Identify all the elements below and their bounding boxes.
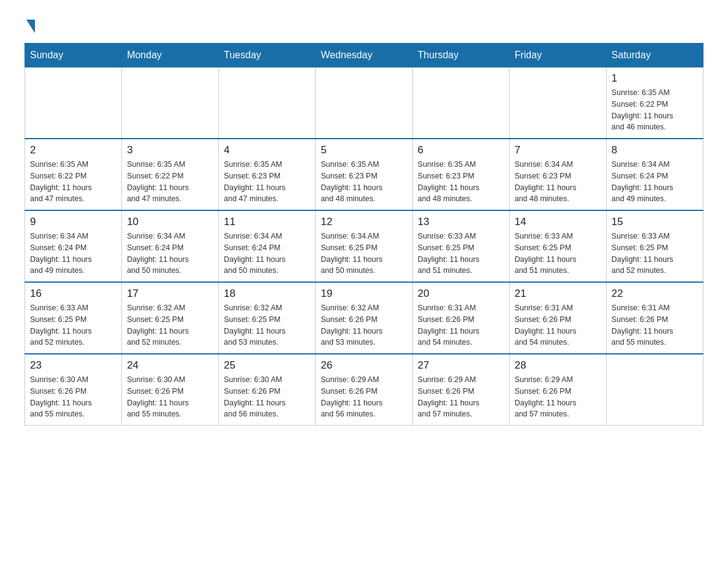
day-info: Sunrise: 6:35 AM Sunset: 6:23 PM Dayligh… [418, 159, 504, 205]
day-number: 10 [127, 216, 213, 228]
day-info: Sunrise: 6:35 AM Sunset: 6:22 PM Dayligh… [127, 159, 213, 205]
day-number: 7 [515, 144, 601, 156]
page-header [25, 18, 703, 31]
day-info: Sunrise: 6:30 AM Sunset: 6:26 PM Dayligh… [127, 374, 213, 420]
calendar-cell: 21Sunrise: 6:31 AM Sunset: 6:26 PM Dayli… [509, 282, 606, 354]
calendar-cell: 14Sunrise: 6:33 AM Sunset: 6:25 PM Dayli… [509, 210, 606, 282]
day-number: 20 [418, 288, 504, 300]
weekday-header-monday: Monday [122, 44, 219, 67]
weekday-header-tuesday: Tuesday [219, 44, 316, 67]
weekday-header-saturday: Saturday [606, 44, 703, 67]
calendar-table: SundayMondayTuesdayWednesdayThursdayFrid… [25, 43, 703, 426]
calendar-cell: 15Sunrise: 6:33 AM Sunset: 6:25 PM Dayli… [606, 210, 703, 282]
day-info: Sunrise: 6:34 AM Sunset: 6:24 PM Dayligh… [224, 231, 310, 277]
calendar-week-row: 1Sunrise: 6:35 AM Sunset: 6:22 PM Daylig… [25, 67, 703, 139]
calendar-cell: 25Sunrise: 6:30 AM Sunset: 6:26 PM Dayli… [219, 354, 316, 426]
day-info: Sunrise: 6:35 AM Sunset: 6:23 PM Dayligh… [320, 159, 407, 205]
calendar-cell: 9Sunrise: 6:34 AM Sunset: 6:24 PM Daylig… [25, 210, 122, 282]
calendar-cell: 27Sunrise: 6:29 AM Sunset: 6:26 PM Dayli… [412, 354, 509, 426]
calendar-cell [412, 67, 509, 139]
day-number: 26 [320, 359, 407, 372]
calendar-cell [122, 67, 219, 139]
day-info: Sunrise: 6:29 AM Sunset: 6:26 PM Dayligh… [515, 374, 601, 420]
day-number: 6 [418, 144, 504, 156]
calendar-cell: 3Sunrise: 6:35 AM Sunset: 6:22 PM Daylig… [122, 139, 219, 210]
day-number: 25 [224, 359, 310, 372]
calendar-cell: 6Sunrise: 6:35 AM Sunset: 6:23 PM Daylig… [412, 139, 509, 210]
calendar-cell: 26Sunrise: 6:29 AM Sunset: 6:26 PM Dayli… [316, 354, 412, 426]
day-number: 28 [515, 359, 601, 372]
calendar-cell: 4Sunrise: 6:35 AM Sunset: 6:23 PM Daylig… [219, 139, 316, 210]
day-number: 3 [127, 144, 213, 156]
calendar-cell: 8Sunrise: 6:34 AM Sunset: 6:24 PM Daylig… [606, 139, 703, 210]
calendar-cell [316, 67, 412, 139]
day-number: 11 [224, 216, 310, 228]
day-number: 16 [30, 288, 116, 300]
day-info: Sunrise: 6:31 AM Sunset: 6:26 PM Dayligh… [515, 302, 601, 348]
day-number: 1 [612, 72, 698, 85]
day-number: 22 [612, 288, 698, 300]
weekday-header-friday: Friday [509, 44, 606, 67]
day-info: Sunrise: 6:35 AM Sunset: 6:22 PM Dayligh… [612, 87, 698, 133]
day-number: 12 [320, 216, 407, 228]
calendar-cell: 24Sunrise: 6:30 AM Sunset: 6:26 PM Dayli… [122, 354, 219, 426]
day-info: Sunrise: 6:33 AM Sunset: 6:25 PM Dayligh… [612, 231, 698, 277]
day-info: Sunrise: 6:34 AM Sunset: 6:24 PM Dayligh… [127, 231, 213, 277]
day-number: 5 [320, 144, 407, 156]
calendar-week-row: 23Sunrise: 6:30 AM Sunset: 6:26 PM Dayli… [25, 354, 703, 426]
calendar-cell: 10Sunrise: 6:34 AM Sunset: 6:24 PM Dayli… [122, 210, 219, 282]
calendar-cell [219, 67, 316, 139]
day-number: 19 [320, 288, 407, 300]
day-info: Sunrise: 6:33 AM Sunset: 6:25 PM Dayligh… [30, 302, 116, 348]
calendar-cell: 17Sunrise: 6:32 AM Sunset: 6:25 PM Dayli… [122, 282, 219, 354]
calendar-cell: 18Sunrise: 6:32 AM Sunset: 6:25 PM Dayli… [219, 282, 316, 354]
day-number: 18 [224, 288, 310, 300]
logo [25, 18, 35, 31]
day-info: Sunrise: 6:29 AM Sunset: 6:26 PM Dayligh… [418, 374, 504, 420]
calendar-cell [509, 67, 606, 139]
day-info: Sunrise: 6:31 AM Sunset: 6:26 PM Dayligh… [418, 302, 504, 348]
day-info: Sunrise: 6:33 AM Sunset: 6:25 PM Dayligh… [418, 231, 504, 277]
day-number: 14 [515, 216, 601, 228]
day-number: 27 [418, 359, 504, 372]
day-number: 2 [30, 144, 116, 156]
day-info: Sunrise: 6:34 AM Sunset: 6:23 PM Dayligh… [515, 159, 601, 205]
calendar-cell: 13Sunrise: 6:33 AM Sunset: 6:25 PM Dayli… [412, 210, 509, 282]
day-info: Sunrise: 6:31 AM Sunset: 6:26 PM Dayligh… [612, 302, 698, 348]
day-info: Sunrise: 6:32 AM Sunset: 6:25 PM Dayligh… [224, 302, 310, 348]
day-number: 17 [127, 288, 213, 300]
calendar-cell: 23Sunrise: 6:30 AM Sunset: 6:26 PM Dayli… [25, 354, 122, 426]
day-info: Sunrise: 6:34 AM Sunset: 6:25 PM Dayligh… [320, 231, 407, 277]
calendar-week-row: 16Sunrise: 6:33 AM Sunset: 6:25 PM Dayli… [25, 282, 703, 354]
day-info: Sunrise: 6:30 AM Sunset: 6:26 PM Dayligh… [30, 374, 116, 420]
day-info: Sunrise: 6:32 AM Sunset: 6:25 PM Dayligh… [127, 302, 213, 348]
day-number: 21 [515, 288, 601, 300]
calendar-cell: 12Sunrise: 6:34 AM Sunset: 6:25 PM Dayli… [316, 210, 412, 282]
day-number: 9 [30, 216, 116, 228]
day-info: Sunrise: 6:33 AM Sunset: 6:25 PM Dayligh… [515, 231, 601, 277]
calendar-cell: 19Sunrise: 6:32 AM Sunset: 6:26 PM Dayli… [316, 282, 412, 354]
day-number: 4 [224, 144, 310, 156]
day-info: Sunrise: 6:34 AM Sunset: 6:24 PM Dayligh… [612, 159, 698, 205]
calendar-cell: 1Sunrise: 6:35 AM Sunset: 6:22 PM Daylig… [606, 67, 703, 139]
calendar-cell [606, 354, 703, 426]
day-info: Sunrise: 6:29 AM Sunset: 6:26 PM Dayligh… [320, 374, 407, 420]
calendar-header-row: SundayMondayTuesdayWednesdayThursdayFrid… [25, 44, 703, 67]
day-info: Sunrise: 6:32 AM Sunset: 6:26 PM Dayligh… [320, 302, 407, 348]
weekday-header-sunday: Sunday [25, 44, 122, 67]
day-number: 24 [127, 359, 213, 372]
day-info: Sunrise: 6:35 AM Sunset: 6:23 PM Dayligh… [224, 159, 310, 205]
calendar-cell: 16Sunrise: 6:33 AM Sunset: 6:25 PM Dayli… [25, 282, 122, 354]
logo-triangle-icon [26, 20, 35, 33]
calendar-cell: 22Sunrise: 6:31 AM Sunset: 6:26 PM Dayli… [606, 282, 703, 354]
day-number: 8 [612, 144, 698, 156]
calendar-cell [25, 67, 122, 139]
day-number: 13 [418, 216, 504, 228]
weekday-header-thursday: Thursday [412, 44, 509, 67]
calendar-cell: 20Sunrise: 6:31 AM Sunset: 6:26 PM Dayli… [412, 282, 509, 354]
weekday-header-wednesday: Wednesday [316, 44, 412, 67]
calendar-cell: 11Sunrise: 6:34 AM Sunset: 6:24 PM Dayli… [219, 210, 316, 282]
day-number: 15 [612, 216, 698, 228]
calendar-week-row: 9Sunrise: 6:34 AM Sunset: 6:24 PM Daylig… [25, 210, 703, 282]
calendar-cell: 7Sunrise: 6:34 AM Sunset: 6:23 PM Daylig… [509, 139, 606, 210]
